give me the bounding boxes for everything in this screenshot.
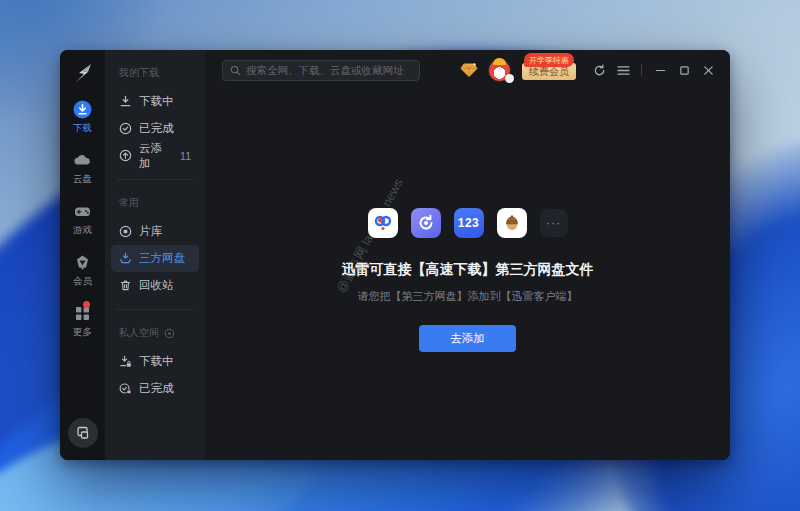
123pan-label: 123: [458, 216, 480, 230]
cloud-icon: [73, 151, 92, 170]
gamepad-icon: [73, 202, 92, 221]
main-panel: 开学季特惠 续费会员: [205, 50, 730, 460]
rail-item-cloud-drive[interactable]: 云盘: [73, 151, 92, 186]
sidebar-item-label: 下载中: [139, 94, 174, 109]
search-box[interactable]: [222, 60, 420, 81]
netdisk-icon-row: 123 ···: [342, 208, 594, 238]
sidebar-item-recycle-bin[interactable]: 回收站: [111, 272, 199, 299]
sidebar-item-third-party-netdisk[interactable]: 三方网盘: [111, 245, 199, 272]
refresh-icon[interactable]: [589, 60, 609, 80]
grid-more-icon: [73, 304, 92, 323]
theme-skin-button[interactable]: [68, 418, 98, 448]
check-circle-icon: [119, 122, 132, 135]
cloud-upload-icon: [119, 149, 132, 162]
download-circle-icon: [73, 100, 92, 119]
rail-label: 更多: [73, 326, 92, 339]
search-icon: [230, 65, 241, 76]
thunder-app-window: 下载 云盘 游戏: [60, 50, 730, 460]
trash-icon: [119, 279, 132, 292]
rail-item-membership[interactable]: 会员: [73, 253, 92, 288]
thunder-logo-icon: [70, 60, 96, 86]
sidebar-divider: [117, 179, 193, 180]
section-header-private-space: 私人空间: [111, 322, 199, 348]
rail-label: 云盘: [73, 173, 92, 186]
rail-item-downloads[interactable]: 下载: [73, 100, 92, 135]
content-area: @蓝点网 landian.news: [205, 90, 730, 460]
download-lock-icon: [119, 355, 132, 368]
hero-subtitle: 请您把【第三方网盘】添加到【迅雷客户端】: [342, 289, 594, 304]
minimize-button[interactable]: [650, 60, 670, 80]
rail-label: 下载: [73, 122, 92, 135]
sidebar-item-cloud-add[interactable]: 云添加 11: [111, 142, 199, 169]
ellipsis-icon: ···: [546, 216, 561, 230]
sidebar-item-label: 回收站: [139, 278, 174, 293]
sidebar-item-label: 已完成: [139, 121, 174, 136]
nutstore-icon[interactable]: [497, 208, 527, 238]
cloud-sync-netdisk-icon[interactable]: [411, 208, 441, 238]
rail-label: 游戏: [73, 224, 92, 237]
skin-icon: [76, 426, 90, 440]
avatar-hat: [493, 58, 506, 65]
hero-title: 迅雷可直接【高速下载】第三方网盘文件: [342, 261, 594, 279]
promo-ribbon: 开学季特惠: [524, 53, 574, 67]
titlebar: 开学季特惠 续费会员: [205, 50, 730, 90]
rail-label: 会员: [73, 275, 92, 288]
close-button[interactable]: [698, 60, 718, 80]
notification-dot: [83, 301, 90, 308]
film-library-icon: [119, 225, 132, 238]
renew-membership-badge[interactable]: 开学季特惠 续费会员: [522, 61, 576, 79]
sidebar-item-private-downloading[interactable]: 下载中: [111, 348, 199, 375]
sidebar-item-label: 已完成: [139, 381, 174, 396]
avatar-decoration: [505, 74, 514, 83]
123pan-icon[interactable]: 123: [454, 208, 484, 238]
sidebar-item-downloading[interactable]: 下载中: [111, 88, 199, 115]
vip-gem-icon[interactable]: [459, 60, 479, 80]
sidebar-item-label: 片库: [139, 224, 162, 239]
sidebar-item-private-completed[interactable]: 已完成: [111, 375, 199, 402]
gem-pin-icon: [73, 253, 92, 272]
privacy-eye-icon[interactable]: [164, 328, 175, 339]
section-header-my-downloads: 我的下载: [111, 62, 199, 88]
sidebar-item-label: 三方网盘: [139, 251, 185, 266]
titlebar-separator: [641, 64, 642, 76]
netdisk-download-icon: [119, 252, 132, 265]
sidebar: 我的下载 下载中 已完成 云添加 11: [105, 50, 205, 460]
more-netdisks-button[interactable]: ···: [540, 209, 568, 237]
sidebar-item-label: 下载中: [139, 354, 174, 369]
go-add-button[interactable]: 去添加: [419, 325, 516, 352]
rail-item-games[interactable]: 游戏: [73, 202, 92, 237]
rail-item-more[interactable]: 更多: [73, 304, 92, 339]
search-input[interactable]: [246, 64, 412, 76]
check-lock-icon: [119, 382, 132, 395]
sidebar-item-label: 云添加: [139, 141, 173, 171]
maximize-button[interactable]: [674, 60, 694, 80]
sidebar-divider: [117, 309, 193, 310]
user-avatar[interactable]: [488, 59, 511, 82]
sidebar-item-completed[interactable]: 已完成: [111, 115, 199, 142]
baidu-netdisk-icon[interactable]: [368, 208, 398, 238]
left-rail: 下载 云盘 游戏: [60, 50, 105, 460]
cloud-add-count: 11: [180, 150, 191, 162]
third-party-netdisk-hero: 123 ··· 迅雷可直接【高速下载】第三方网盘文件 请您把【第三方网盘: [342, 208, 594, 352]
menu-icon[interactable]: [613, 60, 633, 80]
download-icon: [119, 95, 132, 108]
section-header-common: 常用: [111, 192, 199, 218]
sidebar-item-film-library[interactable]: 片库: [111, 218, 199, 245]
